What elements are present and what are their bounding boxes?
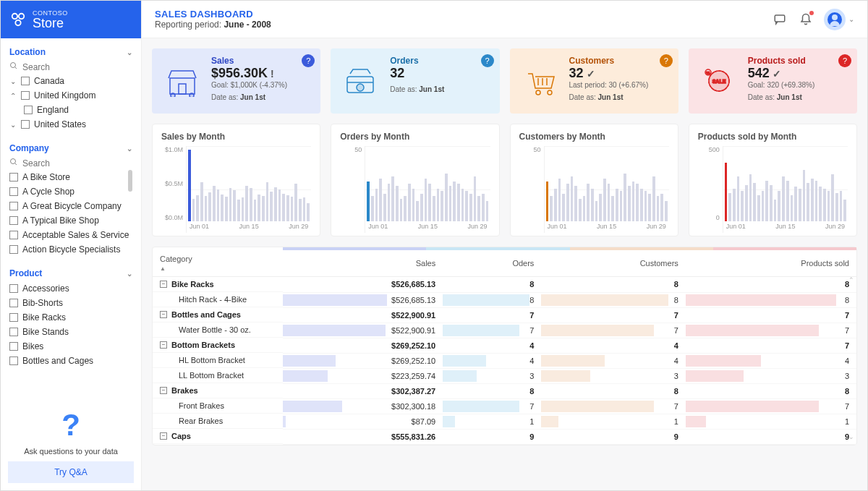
chart-bar[interactable] (461, 189, 464, 221)
info-icon[interactable]: ? (660, 54, 673, 67)
collapse-icon[interactable]: − (160, 281, 167, 288)
table-row[interactable]: Rear Brakes $87.09 1 1 1 (153, 414, 856, 429)
checkbox[interactable] (9, 342, 18, 351)
chart-bar[interactable] (770, 185, 773, 222)
table-scrollbar[interactable]: ⌃⌄ (848, 276, 855, 440)
chart-bar[interactable] (433, 196, 435, 221)
chart-bar[interactable] (624, 174, 626, 221)
chart-orders[interactable]: Orders by Month 50 Jun 01Jun 15Jun 29 (331, 124, 499, 236)
chart-bar[interactable] (449, 186, 452, 221)
chart-bar[interactable] (558, 179, 561, 221)
chart-bar[interactable] (753, 183, 756, 221)
chart-bar[interactable] (835, 193, 838, 221)
kpi-customers-card[interactable]: Customers 32✓ Last period: 30 (+6.67%) D… (510, 48, 678, 114)
collapse-icon[interactable]: − (160, 387, 167, 394)
chart-bar[interactable] (591, 189, 594, 221)
chart-bar[interactable] (831, 174, 834, 221)
chart-bar[interactable] (270, 192, 273, 221)
chart-sales[interactable]: Sales by Month $1.0M$0.5M$0.0M Jun 01Jun… (152, 124, 320, 236)
table-row[interactable]: −Caps $555,831.26 9 9 9 (153, 429, 856, 444)
kpi-orders-card[interactable]: Orders 32 Date as: Jun 1st ? (331, 48, 499, 114)
collapse-icon[interactable]: − (160, 311, 167, 318)
chart-bar[interactable] (791, 195, 793, 221)
chart-bar[interactable] (603, 179, 606, 221)
chart-bar[interactable] (416, 201, 419, 221)
chart-bar[interactable] (566, 184, 569, 221)
chart-bar[interactable] (725, 163, 728, 221)
chart-bar[interactable] (660, 194, 663, 221)
chart-bar[interactable] (375, 189, 378, 221)
chart-bar[interactable] (599, 194, 602, 221)
col-category[interactable]: Category▲ (153, 250, 283, 277)
chart-bar[interactable] (428, 184, 431, 221)
chart-bar[interactable] (229, 188, 232, 221)
chart-bar[interactable] (474, 176, 477, 221)
chart-bar[interactable] (303, 197, 306, 221)
chart-bar[interactable] (636, 184, 639, 221)
chart-bar[interactable] (794, 187, 797, 221)
location-search[interactable] (9, 60, 132, 74)
chart-bar[interactable] (595, 201, 598, 221)
location-filter-header[interactable]: Location ⌄ (9, 44, 132, 60)
location-item-uk[interactable]: ⌃United Kingdom (9, 88, 132, 103)
company-search-input[interactable] (22, 158, 132, 168)
chart-bar[interactable] (608, 184, 610, 221)
chart-bar[interactable] (237, 200, 240, 221)
checkbox[interactable] (9, 328, 18, 336)
chart-bar[interactable] (217, 189, 220, 221)
chart-bar[interactable] (486, 201, 489, 221)
chart-bar[interactable] (546, 182, 549, 221)
checkbox[interactable] (9, 202, 18, 210)
chart-bar[interactable] (620, 191, 623, 221)
col-products-sold[interactable]: Products sold (686, 250, 856, 277)
chart-bar[interactable] (192, 199, 195, 221)
chart-bar[interactable] (425, 179, 427, 221)
chart-bar[interactable] (457, 184, 460, 221)
chart-bar[interactable] (299, 199, 302, 221)
chart-bar[interactable] (840, 191, 843, 221)
collapse-icon[interactable]: − (160, 432, 167, 440)
chart-bar[interactable] (274, 187, 277, 221)
chart-bar[interactable] (208, 192, 211, 221)
checkbox[interactable] (9, 245, 18, 254)
kpi-products-card[interactable]: SALE% Products sold 542✓ Goal: 320 (+69.… (689, 48, 857, 114)
location-item-us[interactable]: ⌄United States (9, 117, 132, 132)
chart-bar[interactable] (665, 201, 668, 221)
chart-bar[interactable] (278, 189, 281, 221)
checkbox[interactable] (24, 106, 33, 114)
chart-bar[interactable] (266, 182, 269, 221)
checkbox[interactable] (9, 173, 18, 182)
chart-bar[interactable] (441, 191, 443, 221)
chart-bar[interactable] (465, 191, 468, 221)
chart-bar[interactable] (286, 195, 289, 221)
table-row[interactable]: Water Bottle - 30 oz. $522,900.91 7 7 7 (153, 323, 856, 338)
chart-bar[interactable] (477, 196, 480, 221)
chart-bar[interactable] (640, 189, 643, 221)
company-search[interactable] (9, 156, 132, 170)
col-sales[interactable]: Sales (283, 250, 443, 277)
chart-bar[interactable] (379, 179, 382, 221)
product-filter-header[interactable]: Product ⌄ (9, 265, 132, 281)
location-item-england[interactable]: England (9, 103, 132, 117)
chart-bar[interactable] (250, 188, 252, 221)
chart-bar[interactable] (205, 196, 208, 221)
product-item[interactable]: Bike Racks (9, 310, 132, 325)
chart-bar[interactable] (745, 185, 748, 222)
chart-bar[interactable] (388, 184, 391, 221)
chart-bar[interactable] (657, 196, 660, 221)
checkbox[interactable] (9, 187, 18, 196)
chart-bar[interactable] (803, 170, 806, 221)
kpi-sales-card[interactable]: Sales $956.30K! Goal: $1,000K (-4.37%) D… (152, 48, 320, 114)
user-avatar[interactable]: ⌄ (824, 12, 854, 27)
company-item[interactable]: A Typical Bike Shop (9, 213, 132, 228)
table-row[interactable]: Front Brakes $302,300.18 7 7 7 (153, 398, 856, 414)
chart-bar[interactable] (371, 196, 374, 221)
chart-bar[interactable] (774, 200, 777, 221)
chart-bar[interactable] (550, 196, 553, 221)
chart-bar[interactable] (778, 191, 780, 221)
product-item[interactable]: Bike Stands (9, 325, 132, 339)
checkbox[interactable] (9, 216, 18, 225)
chart-bar[interactable] (383, 194, 386, 221)
chart-bar[interactable] (733, 189, 736, 221)
try-qa-button[interactable]: Try Q&A (8, 461, 134, 483)
